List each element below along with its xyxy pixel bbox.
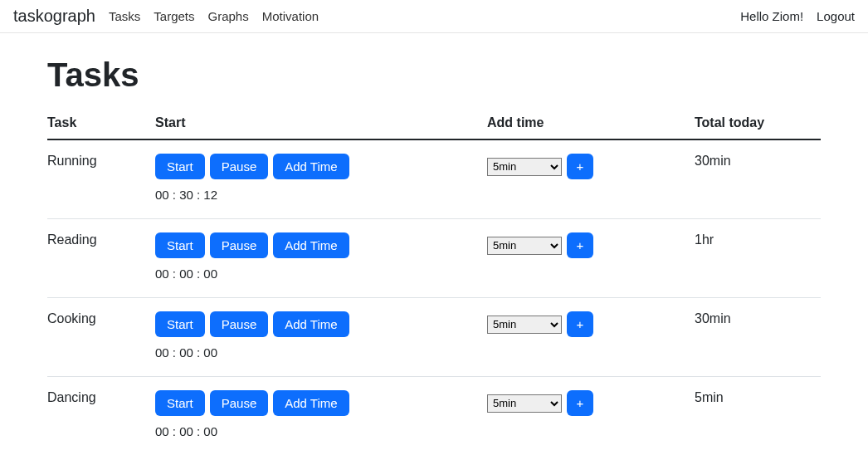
- addtime-cell: 5min+: [487, 219, 695, 298]
- duration-select[interactable]: 5min: [487, 158, 562, 176]
- start-button[interactable]: Start: [155, 311, 205, 337]
- tasks-table: Task Start Add time Total today RunningS…: [47, 107, 821, 455]
- plus-button[interactable]: +: [567, 311, 593, 337]
- start-button[interactable]: Start: [155, 154, 205, 179]
- timer-display: 00 : 00 : 00: [155, 345, 480, 360]
- addtime-button[interactable]: Add Time: [273, 154, 349, 179]
- logout-link[interactable]: Logout: [817, 9, 855, 23]
- start-button[interactable]: Start: [155, 232, 205, 258]
- duration-select[interactable]: 5min: [487, 394, 562, 413]
- start-cell: StartPauseAdd Time00 : 00 : 00: [155, 219, 487, 298]
- greeting: Hello Ziom!: [740, 9, 803, 23]
- table-row: CookingStartPauseAdd Time00 : 00 : 005mi…: [47, 298, 821, 377]
- start-button[interactable]: Start: [155, 390, 205, 416]
- nav-link-targets[interactable]: Targets: [154, 9, 194, 23]
- total-today: 5min: [695, 377, 821, 456]
- duration-select[interactable]: 5min: [487, 237, 562, 255]
- brand[interactable]: taskograph: [13, 7, 95, 26]
- timer-display: 00 : 30 : 12: [155, 188, 480, 202]
- plus-button[interactable]: +: [567, 390, 593, 416]
- total-today: 30min: [695, 298, 821, 377]
- pause-button[interactable]: Pause: [210, 154, 269, 179]
- main-container: Tasks Task Start Add time Total today Ru…: [27, 33, 841, 455]
- plus-button[interactable]: +: [567, 232, 593, 258]
- col-header-task: Task: [47, 107, 155, 139]
- col-header-total: Total today: [695, 107, 821, 139]
- nav-right: Hello Ziom! Logout: [740, 9, 855, 23]
- table-row: DancingStartPauseAdd Time00 : 00 : 005mi…: [47, 377, 821, 456]
- task-name: Cooking: [47, 298, 155, 377]
- page-title: Tasks: [47, 56, 821, 94]
- addtime-cell: 5min+: [487, 139, 695, 219]
- pause-button[interactable]: Pause: [210, 390, 269, 416]
- nav-links: Tasks Targets Graphs Motivation: [109, 9, 740, 23]
- nav-link-tasks[interactable]: Tasks: [109, 9, 140, 23]
- start-cell: StartPauseAdd Time00 : 00 : 00: [155, 298, 487, 377]
- plus-button[interactable]: +: [567, 154, 593, 179]
- timer-display: 00 : 00 : 00: [155, 267, 480, 281]
- nav-link-motivation[interactable]: Motivation: [262, 9, 319, 23]
- addtime-button[interactable]: Add Time: [273, 390, 349, 416]
- addtime-cell: 5min+: [487, 298, 695, 377]
- navbar: taskograph Tasks Targets Graphs Motivati…: [0, 0, 868, 33]
- total-today: 30min: [695, 139, 821, 219]
- duration-select[interactable]: 5min: [487, 316, 562, 334]
- addtime-cell: 5min+: [487, 377, 695, 456]
- pause-button[interactable]: Pause: [210, 232, 269, 258]
- task-name: Dancing: [47, 377, 155, 456]
- col-header-addtime: Add time: [487, 107, 695, 139]
- start-cell: StartPauseAdd Time00 : 30 : 12: [155, 139, 487, 219]
- table-row: RunningStartPauseAdd Time00 : 30 : 125mi…: [47, 139, 821, 219]
- nav-link-graphs[interactable]: Graphs: [208, 9, 249, 23]
- start-cell: StartPauseAdd Time00 : 00 : 00: [155, 377, 487, 456]
- addtime-button[interactable]: Add Time: [273, 311, 349, 337]
- task-name: Running: [47, 139, 155, 219]
- addtime-button[interactable]: Add Time: [273, 232, 349, 258]
- timer-display: 00 : 00 : 00: [155, 424, 480, 438]
- col-header-start: Start: [155, 107, 487, 139]
- task-name: Reading: [47, 219, 155, 298]
- pause-button[interactable]: Pause: [210, 311, 269, 337]
- table-row: ReadingStartPauseAdd Time00 : 00 : 005mi…: [47, 219, 821, 298]
- total-today: 1hr: [695, 219, 821, 298]
